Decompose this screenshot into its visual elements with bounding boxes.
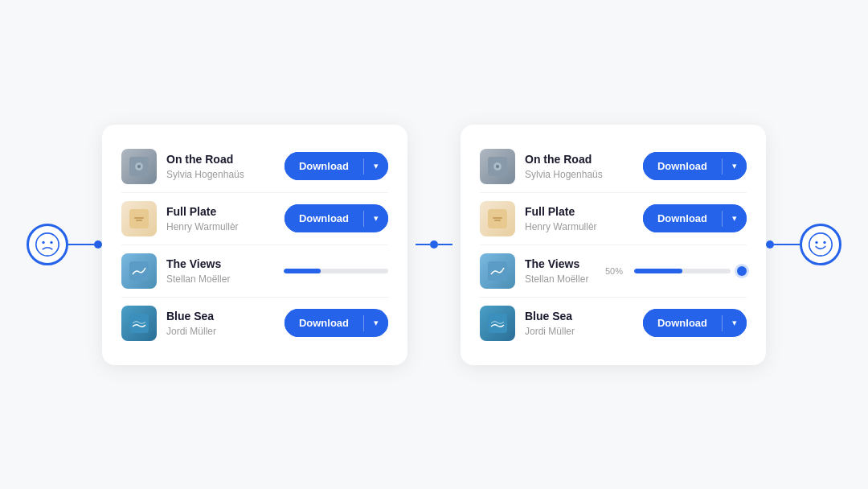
track-item: Full Plate Henry Warmullèr Download ▾ (121, 193, 388, 245)
album-art-on-the-road-left (121, 149, 157, 184)
download-button-group[interactable]: Download ▾ (285, 204, 388, 232)
track-item: On the Road Sylvia Hogenhaüs Download ▾ (121, 141, 388, 193)
album-art-blue-sea-right (480, 306, 515, 341)
track-title: Full Plate (525, 204, 643, 219)
album-art-the-views-right (480, 253, 515, 289)
svg-rect-8 (136, 220, 142, 221)
dot-left (94, 240, 102, 249)
svg-point-19 (809, 233, 832, 256)
svg-point-0 (36, 233, 59, 256)
track-artist: Stellan Moëller (166, 273, 284, 285)
track-info: The Views Stellan Moëller (166, 257, 284, 284)
album-art-full-plate-right (480, 201, 515, 236)
svg-point-20 (815, 241, 817, 244)
track-artist: Henry Warmullèr (166, 221, 285, 232)
track-title: On the Road (166, 152, 285, 166)
svg-point-1 (42, 241, 44, 244)
track-info: Full Plate Henry Warmullèr (525, 204, 643, 232)
line-right (774, 244, 800, 245)
track-info: The Views Stellan Moëller (525, 257, 605, 284)
progress-bar-fill (634, 269, 682, 273)
track-title: Full Plate (166, 204, 285, 219)
track-item: On the Road Sylvia Hogenhaüs Download ▾ (480, 141, 747, 193)
track-item: The Views Stellan Moëller (121, 245, 388, 298)
download-button[interactable]: Download (285, 309, 363, 337)
track-artist: Jordi Müller (166, 326, 285, 337)
svg-point-13 (496, 165, 499, 168)
track-artist: Sylvia Hogenhaüs (525, 169, 643, 180)
download-chevron[interactable]: ▾ (364, 310, 388, 336)
left-panel: On the Road Sylvia Hogenhaüs Download ▾ … (102, 125, 407, 365)
download-button-group[interactable]: Download ▾ (643, 204, 747, 232)
track-info: On the Road Sylvia Hogenhaüs (166, 152, 285, 179)
track-item: The Views Stellan Moëller 50% (480, 245, 747, 298)
track-info: Blue Sea Jordi Müller (525, 309, 643, 336)
progress-bar-wrap (634, 269, 731, 273)
download-button-group[interactable]: Download ▾ (643, 152, 747, 180)
track-artist: Henry Warmullèr (525, 221, 643, 232)
download-chevron[interactable]: ▾ (723, 153, 747, 179)
track-info: On the Road Sylvia Hogenhaüs (525, 152, 643, 179)
line-mid-right (438, 244, 452, 245)
track-artist: Jordi Müller (525, 326, 643, 337)
progress-bar-left (284, 269, 388, 273)
progress-bar-fill (284, 269, 321, 273)
album-art-full-plate-left (121, 201, 157, 236)
track-item: Blue Sea Jordi Müller Download ▾ (480, 298, 747, 349)
left-connector (68, 240, 102, 249)
track-title: Blue Sea (525, 309, 643, 323)
line-mid-left (416, 244, 430, 245)
download-button[interactable]: Download (285, 204, 363, 232)
svg-rect-17 (488, 261, 507, 281)
dot-right (766, 240, 774, 249)
track-title: The Views (166, 257, 284, 271)
svg-point-5 (137, 165, 141, 168)
progress-dot (737, 266, 747, 276)
progress-label: 50% (605, 266, 628, 276)
track-item: Blue Sea Jordi Müller Download ▾ (121, 298, 388, 349)
album-art-blue-sea-left (121, 306, 157, 341)
download-button[interactable]: Download (643, 152, 722, 180)
track-info: Full Plate Henry Warmullèr (166, 204, 285, 232)
track-item: Full Plate Henry Warmullèr Download ▾ (480, 193, 747, 245)
download-button-group[interactable]: Download ▾ (285, 309, 388, 337)
track-artist: Sylvia Hogenhaüs (166, 169, 285, 180)
progress-container: 50% (605, 266, 747, 276)
download-chevron[interactable]: ▾ (723, 205, 747, 232)
download-button-group[interactable]: Download ▾ (643, 309, 747, 337)
svg-rect-7 (134, 217, 144, 219)
svg-point-2 (50, 241, 52, 244)
svg-rect-18 (488, 314, 507, 333)
right-connector (766, 240, 800, 249)
download-chevron[interactable]: ▾ (364, 205, 388, 232)
track-title: The Views (525, 257, 605, 271)
album-art-on-the-road-right (480, 149, 515, 184)
svg-rect-15 (493, 217, 502, 219)
line-left (68, 244, 94, 245)
download-chevron[interactable]: ▾ (723, 310, 747, 336)
svg-rect-10 (129, 314, 149, 333)
track-info: Blue Sea Jordi Müller (166, 309, 285, 336)
track-title: On the Road (525, 152, 643, 166)
download-button[interactable]: Download (285, 152, 363, 180)
album-art-the-views-left (121, 253, 157, 289)
download-button[interactable]: Download (643, 204, 722, 232)
download-chevron[interactable]: ▾ (364, 153, 388, 179)
sad-face-icon (27, 224, 68, 265)
happy-face-icon (800, 224, 841, 265)
download-button[interactable]: Download (643, 309, 722, 337)
svg-rect-9 (129, 261, 149, 281)
track-artist: Stellan Moëller (525, 273, 605, 285)
main-container: On the Road Sylvia Hogenhaüs Download ▾ … (0, 125, 868, 365)
svg-rect-16 (494, 220, 501, 221)
download-button-group[interactable]: Download ▾ (285, 152, 388, 180)
dot-mid (430, 240, 438, 249)
svg-point-21 (823, 241, 825, 244)
track-title: Blue Sea (166, 309, 285, 323)
right-panel: On the Road Sylvia Hogenhaüs Download ▾ … (461, 125, 766, 365)
middle-connector (407, 240, 461, 249)
